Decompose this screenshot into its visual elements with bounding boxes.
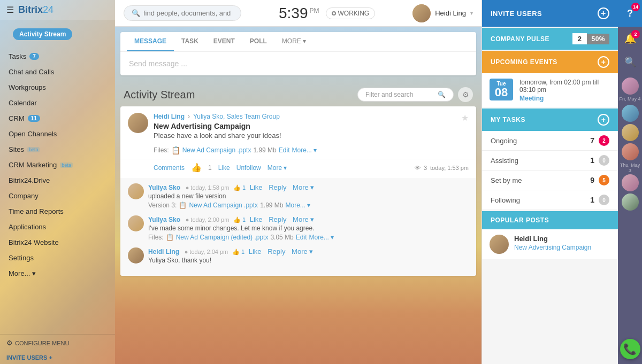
invite-users-btn[interactable]: INVITE USERS + — [482, 0, 618, 27]
comment-more-btn[interactable]: More ▾ — [293, 215, 314, 223]
sidebar-item-sites[interactable]: Sites beta — [0, 142, 115, 157]
search-bar[interactable]: 🔍 — [124, 5, 241, 21]
comment-more-btn[interactable]: More ▾ — [293, 183, 314, 191]
invite-section: INVITE USERS + — [482, 0, 618, 27]
comment: Yuliya Sko ● today, 1:58 pm 👍 1 Like Rep… — [128, 183, 469, 209]
activity-stream-label[interactable]: Activity Stream — [13, 28, 72, 40]
file-more-btn[interactable]: More... ▾ — [292, 146, 317, 154]
tab-task[interactable]: TASK — [174, 32, 206, 51]
tab-event[interactable]: EVENT — [206, 32, 242, 51]
user-info[interactable]: Heidi Ling ▾ — [412, 4, 473, 22]
comment-author[interactable]: Heidi Ling — [148, 248, 179, 255]
tab-message[interactable]: MESSAGE — [127, 32, 174, 51]
sidebar-item-crm[interactable]: CRM 11 — [0, 111, 115, 126]
post-body: Please have a look and share your ideas! — [154, 131, 456, 140]
sidebar-item-open-channels[interactable]: Open Channels — [0, 126, 115, 142]
comment-author[interactable]: Yuliya Sko — [148, 216, 180, 223]
sidebar-item-more[interactable]: More... ▾ — [0, 266, 115, 281]
post-author[interactable]: Heidi Ling — [154, 113, 185, 120]
sidebar-item-company[interactable]: Company — [0, 188, 115, 204]
task-row-following[interactable]: Following 1 0 — [482, 190, 618, 210]
post-title: New Advertising Campaign — [154, 122, 456, 130]
sidebar-item-drive[interactable]: Bitrix24.Drive — [0, 173, 115, 188]
comment-reply-btn[interactable]: Reply — [268, 247, 285, 255]
popular-post[interactable]: Heidi Ling New Advertising Campaign — [482, 229, 618, 259]
comment-author[interactable]: Yuliya Sko — [148, 184, 180, 191]
task-row-assisting[interactable]: Assisting 1 0 — [482, 151, 618, 171]
file-edit-btn[interactable]: Edit — [279, 146, 290, 154]
working-status[interactable]: WORKING — [326, 7, 376, 19]
help-btn[interactable]: ? 14 — [618, 0, 642, 27]
sidebar-invite-users[interactable]: INVITE USERS + — [0, 351, 115, 364]
call-btn[interactable]: 📞 — [620, 339, 640, 359]
sidebar-item-website[interactable]: Bitrix24 Website — [0, 235, 115, 250]
sidebar-configure[interactable]: ⚙ CONFIGURE MENU — [0, 334, 115, 351]
comment-avatar — [128, 183, 144, 199]
event-link[interactable]: Meeting — [519, 95, 610, 102]
tasks-add-btn[interactable]: + — [598, 114, 609, 126]
search-input[interactable] — [143, 9, 233, 17]
sidebar-item-calendar[interactable]: Calendar — [0, 95, 115, 111]
gear-icon[interactable]: ⚙ — [458, 87, 473, 102]
compose-input[interactable]: Send message ... — [120, 52, 476, 75]
comment-file-line: Version 3: 📋 New Ad Campaign .pptx 1.99 … — [148, 202, 469, 209]
events-add-btn[interactable]: + — [598, 56, 609, 68]
right-panel: INVITE USERS + COMPANY PULSE 2 50% UPCOM… — [482, 0, 618, 364]
comment: Yuliya Sko ● today, 2:00 pm 👍 1 Like Rep… — [128, 215, 469, 241]
comment-like-btn[interactable]: Like — [249, 247, 262, 255]
comment-file-edit[interactable]: Edit — [296, 234, 307, 241]
comment-more-btn[interactable]: More ▾ — [292, 247, 313, 255]
task-row-ongoing[interactable]: Ongoing 7 2 — [482, 131, 618, 151]
help-badge: 14 — [631, 3, 640, 11]
notifications-btn[interactable]: 🔔 2 — [618, 27, 642, 50]
sidebar-item-applications[interactable]: Applications — [0, 219, 115, 235]
comment-like-icon: 👍 1 — [233, 216, 246, 223]
popular-title-link[interactable]: New Advertising Campaign — [514, 244, 610, 251]
ri-avatar-6[interactable] — [622, 193, 639, 211]
pulse-header[interactable]: COMPANY PULSE 2 50% — [482, 28, 618, 50]
post-files: Files: 📋 New Ad Campaign .pptx 1.99 Mb E… — [120, 144, 476, 159]
ri-avatar-4[interactable] — [622, 143, 639, 160]
file-link[interactable]: New Ad Campaign .pptx — [182, 146, 251, 154]
hamburger-icon[interactable]: ☰ — [6, 5, 14, 15]
filter-search[interactable]: Filter and search 🔍 — [357, 88, 454, 102]
comment-reply-btn[interactable]: Reply — [269, 215, 286, 223]
comment-like-btn[interactable]: Like — [250, 183, 263, 191]
like-btn[interactable]: Like — [218, 164, 230, 172]
event-info: tomorrow, from 02:00 pm till 03:10 pm Me… — [519, 79, 610, 102]
star-icon[interactable]: ★ — [461, 113, 469, 123]
sidebar-item-tasks[interactable]: Tasks 7 — [0, 49, 115, 64]
unfollow-btn[interactable]: Unfollow — [236, 164, 261, 172]
sidebar-item-chat[interactable]: Chat and Calls — [0, 64, 115, 80]
comment-file-link[interactable]: New Ad Campaign .pptx — [189, 202, 258, 209]
sidebar-item-settings[interactable]: Settings — [0, 250, 115, 266]
search-btn[interactable]: 🔍 — [618, 50, 642, 74]
feed-scroll[interactable]: MESSAGE TASK EVENT POLL MORE ▾ Send mess… — [115, 27, 482, 364]
ri-avatar-5[interactable] — [622, 174, 639, 191]
ri-avatar-3[interactable] — [622, 124, 639, 141]
sidebar-item-time-reports[interactable]: Time and Reports — [0, 204, 115, 219]
post-target[interactable]: Yuliya Sko, Sales Team Group — [193, 113, 280, 120]
comment-file-more[interactable]: More... ▾ — [309, 234, 334, 241]
search-icon: 🔍 — [438, 91, 446, 98]
task-badge: 5 — [599, 175, 609, 185]
comment-file-more[interactable]: More... ▾ — [285, 202, 310, 209]
tab-more[interactable]: MORE ▾ — [274, 32, 314, 51]
ri-avatar-2[interactable] — [622, 105, 639, 122]
tab-poll[interactable]: POLL — [242, 32, 274, 51]
more-btn[interactable]: More ▾ — [268, 164, 287, 172]
task-row-set-by-me[interactable]: Set by me 9 5 — [482, 171, 618, 190]
comment-like-btn[interactable]: Like — [250, 215, 263, 223]
popular-avatar — [490, 235, 509, 254]
comment-content: Yuliya Sko ● today, 2:00 pm 👍 1 Like Rep… — [148, 215, 469, 241]
events-header: UPCOMING EVENTS + — [482, 51, 618, 73]
comments-btn[interactable]: Comments — [154, 164, 185, 172]
feed-wrapper: MESSAGE TASK EVENT POLL MORE ▾ Send mess… — [115, 27, 482, 364]
comment-file-link[interactable]: New Ad Campaign (edited) .pptx — [176, 234, 269, 241]
post-author-avatar — [128, 113, 148, 133]
comment-avatar — [128, 215, 144, 231]
sidebar-item-crm-marketing[interactable]: CRM Marketing beta — [0, 157, 115, 173]
ri-avatar-1[interactable] — [622, 78, 639, 95]
sidebar-item-workgroups[interactable]: Workgroups — [0, 80, 115, 95]
comment-reply-btn[interactable]: Reply — [269, 183, 286, 191]
